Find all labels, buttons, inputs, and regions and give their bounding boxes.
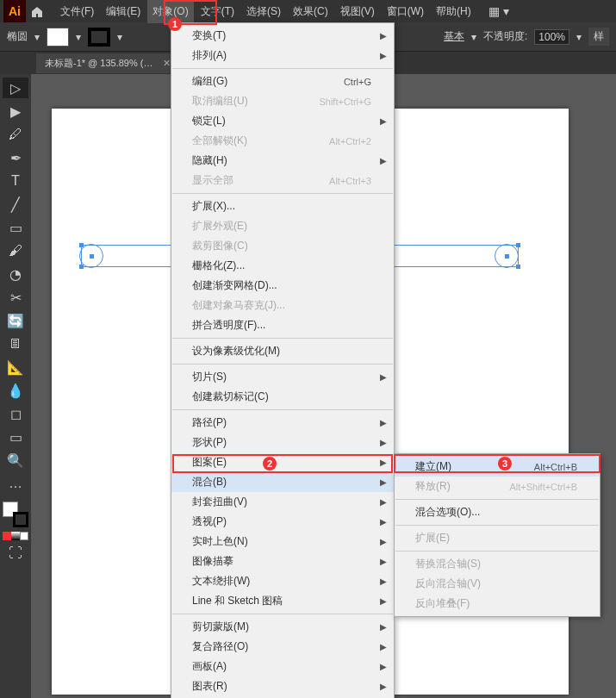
dropdown-arrow-icon[interactable]: ▾ xyxy=(117,31,122,43)
menu-item[interactable]: 拼合透明度(F)... xyxy=(171,315,394,335)
home-icon[interactable] xyxy=(26,2,48,22)
menu-item[interactable]: 实时上色(N)▶ xyxy=(171,532,394,552)
menu-item[interactable]: 窗口(W) xyxy=(382,0,429,23)
menu-item[interactable]: 变换(T)▶ xyxy=(171,26,394,46)
menu-item[interactable]: 扩展(X)... xyxy=(171,196,394,216)
fill-stroke-swatches[interactable] xyxy=(3,502,28,527)
menu-item[interactable]: 选择(S) xyxy=(241,0,286,23)
menu-item-label: 设为像素级优化(M) xyxy=(192,344,280,358)
screen-mode-icon[interactable]: ⛶ xyxy=(3,543,28,564)
menu-item: 扩展(E) xyxy=(395,528,600,548)
app-logo: Ai xyxy=(3,0,26,22)
menu-item[interactable]: 排列(A)▶ xyxy=(171,46,394,65)
menu-item[interactable]: 切片(S)▶ xyxy=(171,367,394,387)
menu-item-label: Line 和 Sketch 图稿 xyxy=(192,594,283,608)
submenu-arrow-icon: ▶ xyxy=(380,156,387,165)
tool-button[interactable]: ◔ xyxy=(3,264,28,284)
tool-button[interactable]: ▭ xyxy=(3,427,28,447)
menu-item-label: 扩展(E) xyxy=(415,531,450,545)
menu-item[interactable]: 编辑(E) xyxy=(101,0,146,23)
menu-item[interactable]: 文字(T) xyxy=(196,0,240,23)
menu-separator xyxy=(172,68,393,69)
document-tab-label: 未标题-1* @ 135.89% (… xyxy=(45,58,153,68)
tool-button[interactable]: T xyxy=(3,171,28,191)
menu-separator xyxy=(395,525,599,526)
stroke-swatch[interactable] xyxy=(88,28,110,47)
menu-item[interactable]: 画板(A)▶ xyxy=(171,657,394,676)
menu-item[interactable]: Line 和 Sketch 图稿▶ xyxy=(171,591,394,611)
menu-item[interactable]: 形状(P)▶ xyxy=(171,433,394,452)
submenu-arrow-icon: ▶ xyxy=(380,517,387,527)
menu-item[interactable]: 隐藏(H)▶ xyxy=(171,151,394,171)
selected-ellipse[interactable] xyxy=(495,244,519,268)
document-tab[interactable]: 未标题-1* @ 135.89% (… ✕ xyxy=(36,53,179,73)
tool-button[interactable]: ◻ xyxy=(3,403,28,424)
style-button[interactable]: 样 xyxy=(588,28,609,46)
menu-item: 全部解锁(K)Alt+Ctrl+2 xyxy=(171,131,394,151)
tool-button[interactable]: ╱ xyxy=(3,194,28,215)
menu-item[interactable]: 复合路径(O)▶ xyxy=(171,637,394,657)
menu-item[interactable]: 文件(F) xyxy=(55,0,99,23)
submenu-arrow-icon: ▶ xyxy=(380,418,387,427)
menu-item[interactable]: 图案(E)▶ xyxy=(171,452,394,472)
submenu-arrow-icon: ▶ xyxy=(380,557,387,566)
tool-button[interactable]: ✒ xyxy=(3,147,28,168)
menu-item[interactable]: 对象(O) xyxy=(147,0,193,23)
opacity-label: 不透明度: xyxy=(483,29,527,44)
menu-item-label: 全部解锁(K) xyxy=(192,134,247,148)
fill-swatch[interactable] xyxy=(47,28,69,47)
menu-item-label: 透视(P) xyxy=(192,514,227,529)
blend-submenu: 建立(M)Alt+Ctrl+B释放(R)Alt+Shift+Ctrl+B混合选项… xyxy=(394,453,600,617)
menu-item[interactable]: 封套扭曲(V)▶ xyxy=(171,492,394,512)
menu-item[interactable]: 剪切蒙版(M)▶ xyxy=(171,617,394,637)
menu-item[interactable]: 创建渐变网格(D)... xyxy=(171,276,394,296)
tool-button[interactable]: 🖊 xyxy=(3,124,28,145)
menu-item[interactable]: 锁定(L)▶ xyxy=(171,111,394,131)
menu-item[interactable]: 混合(B)▶ xyxy=(171,472,394,492)
close-icon[interactable]: ✕ xyxy=(163,58,171,68)
tool-button[interactable]: ▷ xyxy=(3,78,28,98)
dropdown-arrow-icon[interactable]: ▾ xyxy=(34,31,40,43)
basic-appearance[interactable]: 基本 xyxy=(444,29,464,44)
dropdown-arrow-icon[interactable]: ▾ xyxy=(76,31,81,43)
tool-button[interactable]: … xyxy=(3,473,28,494)
menu-item-label: 扩展(X)... xyxy=(192,199,235,214)
menu-item[interactable]: 文本绕排(W)▶ xyxy=(171,571,394,591)
menu-item[interactable]: 视图(V) xyxy=(335,0,380,23)
menu-separator xyxy=(395,551,599,552)
menu-item[interactable]: 帮助(H) xyxy=(431,0,476,23)
tool-button[interactable]: ▭ xyxy=(3,217,28,238)
submenu-arrow-icon: ▶ xyxy=(380,622,387,632)
submenu-arrow-icon: ▶ xyxy=(380,51,387,60)
tool-button[interactable]: ✂ xyxy=(3,287,28,308)
menu-item[interactable]: 效果(C) xyxy=(288,0,333,23)
menu-item[interactable]: 设为像素级优化(M) xyxy=(171,341,394,361)
dropdown-arrow-icon[interactable]: ▾ xyxy=(471,31,476,43)
menu-item-label: 反向混合轴(V) xyxy=(415,576,481,591)
selected-ellipse[interactable] xyxy=(79,244,103,268)
submenu-arrow-icon: ▶ xyxy=(380,372,387,382)
menu-item[interactable]: 混合选项(O)... xyxy=(395,502,600,522)
tool-button[interactable]: ▶ xyxy=(3,101,28,122)
layout-grid-icon[interactable]: ▦ ▾ xyxy=(488,4,509,18)
menu-item[interactable]: 透视(P)▶ xyxy=(171,512,394,532)
menu-item[interactable]: 路径(P)▶ xyxy=(171,413,394,433)
color-mode-switch[interactable] xyxy=(3,532,28,540)
menu-item[interactable]: 建立(M)Alt+Ctrl+B xyxy=(395,457,600,477)
menu-item[interactable]: 创建裁切标记(C) xyxy=(171,387,394,407)
menu-item[interactable]: 栅格化(Z)... xyxy=(171,256,394,276)
tool-button[interactable]: 🗏 xyxy=(3,333,28,354)
opacity-value[interactable]: 100% xyxy=(534,29,569,45)
tool-button[interactable]: 📐 xyxy=(3,357,28,377)
menu-separator xyxy=(172,614,393,614)
tool-button[interactable]: 🔄 xyxy=(3,310,28,331)
menu-item[interactable]: 图表(R)▶ xyxy=(171,676,394,696)
tool-button[interactable]: 🖌 xyxy=(3,240,28,261)
tool-button[interactable]: 💧 xyxy=(3,380,28,401)
stroke-color[interactable] xyxy=(13,512,28,527)
dropdown-arrow-icon[interactable]: ▾ xyxy=(576,31,582,43)
tool-button[interactable]: 🔍 xyxy=(3,450,28,471)
menu-item-label: 编组(G) xyxy=(192,74,227,89)
menu-item[interactable]: 编组(G)Ctrl+G xyxy=(171,72,394,91)
menu-item[interactable]: 图像描摹▶ xyxy=(171,552,394,571)
